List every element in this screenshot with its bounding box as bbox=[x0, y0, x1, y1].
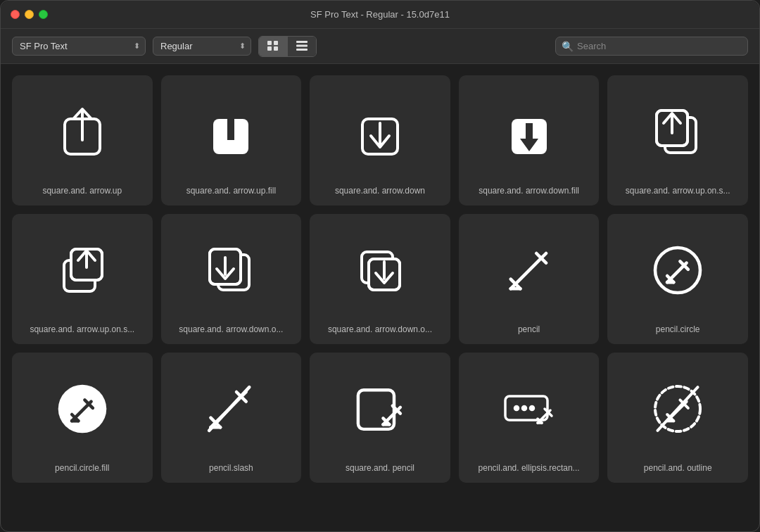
font-selector-wrapper: SF Pro Text ⬍ bbox=[12, 37, 146, 56]
icon-label-square.and.arrow.down: square.and. arrow.down bbox=[335, 185, 425, 197]
icon-label-pencil.slash: pencil.slash bbox=[209, 462, 253, 474]
svg-rect-3 bbox=[274, 46, 278, 51]
icon-label-square.and.pencil: square.and. pencil bbox=[346, 462, 414, 474]
svg-rect-1 bbox=[274, 41, 278, 45]
window-title: SF Pro Text - Regular - 15.0d7e11 bbox=[310, 9, 450, 20]
svg-point-56 bbox=[514, 407, 518, 410]
titlebar: SF Pro Text - Regular - 15.0d7e11 bbox=[1, 1, 759, 29]
icon-visual-square.and.arrow.up.on.s bbox=[613, 87, 742, 177]
icon-cell-pencil.circle.fill[interactable]: pencil.circle.fill bbox=[12, 353, 153, 483]
style-selector-wrapper: Regular ⬍ bbox=[153, 37, 251, 56]
search-wrapper: 🔍 bbox=[555, 37, 748, 56]
icon-visual-pencil.slash bbox=[167, 364, 296, 454]
content-area: square.and. arrow.up square.and. arrow.u… bbox=[1, 64, 759, 532]
search-input[interactable] bbox=[555, 37, 748, 56]
style-selector[interactable]: Regular bbox=[153, 37, 251, 56]
icons-grid: square.and. arrow.up square.and. arrow.u… bbox=[12, 75, 748, 483]
list-view-button[interactable] bbox=[288, 37, 316, 56]
icon-cell-pencil.circle[interactable]: pencil.circle bbox=[607, 214, 748, 344]
icon-label-pencil: pencil bbox=[518, 324, 540, 336]
toolbar: SF Pro Text ⬍ Regular ⬍ 🔍 bbox=[1, 29, 759, 64]
icon-cell-square.and.pencil[interactable]: square.and. pencil bbox=[310, 353, 450, 483]
svg-line-68 bbox=[658, 387, 698, 431]
icon-label-square.and.arrow.up: square.and. arrow.up bbox=[42, 185, 122, 197]
svg-line-49 bbox=[210, 387, 250, 431]
icon-visual-pencil.and.outline bbox=[613, 364, 742, 454]
svg-rect-4 bbox=[296, 41, 308, 43]
close-button[interactable] bbox=[11, 10, 20, 19]
svg-point-57 bbox=[522, 407, 526, 410]
svg-point-58 bbox=[530, 407, 533, 410]
icon-label-square.and.arrow.down.o2: square.and. arrow.down.o... bbox=[328, 324, 432, 336]
icon-cell-pencil.slash[interactable]: pencil.slash bbox=[161, 353, 302, 483]
icon-cell-square.and.arrow.up.fill[interactable]: square.and. arrow.up.fill bbox=[161, 75, 302, 205]
icons-grid-container[interactable]: square.and. arrow.up square.and. arrow.u… bbox=[1, 64, 759, 532]
icon-visual-square.and.arrow.up.fill bbox=[167, 87, 296, 177]
grid-view-button[interactable] bbox=[259, 37, 288, 56]
icon-cell-square.and.arrow.up.on.s[interactable]: square.and. arrow.up.on.s... bbox=[607, 75, 748, 205]
icon-cell-square.and.arrow.down.o2[interactable]: square.and. arrow.down.o... bbox=[310, 214, 450, 344]
icon-visual-square.and.arrow.up bbox=[18, 87, 147, 177]
icon-visual-pencil bbox=[464, 225, 594, 315]
icon-visual-square.and.pencil bbox=[315, 364, 445, 454]
font-selector[interactable]: SF Pro Text bbox=[12, 37, 146, 56]
icon-label-square.and.arrow.down.o: square.and. arrow.down.o... bbox=[179, 324, 283, 336]
icon-label-pencil.and.ellipsis.rectan: pencil.and. ellipsis.rectan... bbox=[479, 462, 580, 474]
icon-cell-square.and.arrow.up.on.s2[interactable]: square.and. arrow.up.on.s... bbox=[12, 214, 153, 344]
svg-rect-2 bbox=[267, 46, 272, 51]
icon-visual-pencil.circle bbox=[613, 225, 742, 315]
icon-cell-square.and.arrow.down.o[interactable]: square.and. arrow.down.o... bbox=[161, 214, 302, 344]
svg-rect-6 bbox=[296, 49, 308, 51]
icon-visual-square.and.arrow.down.o bbox=[167, 225, 296, 315]
svg-rect-0 bbox=[267, 41, 272, 45]
icon-cell-square.and.arrow.down[interactable]: square.and. arrow.down bbox=[310, 75, 450, 205]
icon-label-square.and.arrow.down.fill: square.and. arrow.down.fill bbox=[479, 185, 579, 197]
icon-label-square.and.arrow.up.on.s2: square.and. arrow.up.on.s... bbox=[30, 324, 134, 336]
icon-label-pencil.circle.fill: pencil.circle.fill bbox=[55, 462, 109, 474]
icon-visual-square.and.arrow.up.on.s2 bbox=[18, 225, 147, 315]
maximize-button[interactable] bbox=[39, 10, 48, 19]
icon-label-pencil.and.outline: pencil.and. outline bbox=[644, 462, 712, 474]
minimize-button[interactable] bbox=[25, 10, 34, 19]
icon-cell-pencil[interactable]: pencil bbox=[459, 214, 600, 344]
icon-visual-square.and.arrow.down bbox=[315, 87, 445, 177]
icon-cell-square.and.arrow.up[interactable]: square.and. arrow.up bbox=[12, 75, 153, 205]
icon-cell-pencil.and.outline[interactable]: pencil.and. outline bbox=[607, 353, 748, 483]
icon-visual-pencil.and.ellipsis.rectan bbox=[464, 364, 594, 454]
icon-visual-pencil.circle.fill bbox=[18, 364, 147, 454]
icon-label-square.and.arrow.up.on.s: square.and. arrow.up.on.s... bbox=[626, 185, 730, 197]
icon-visual-square.and.arrow.down.fill bbox=[464, 87, 594, 177]
traffic-lights bbox=[11, 10, 48, 19]
icon-cell-square.and.arrow.down.fill[interactable]: square.and. arrow.down.fill bbox=[459, 75, 600, 205]
icon-visual-square.and.arrow.down.o2 bbox=[315, 225, 445, 315]
svg-rect-5 bbox=[296, 44, 308, 46]
icon-cell-pencil.and.ellipsis.rectan[interactable]: pencil.and. ellipsis.rectan... bbox=[459, 353, 600, 483]
view-toggle bbox=[258, 36, 317, 57]
icon-label-pencil.circle: pencil.circle bbox=[656, 324, 700, 336]
icon-label-square.and.arrow.up.fill: square.and. arrow.up.fill bbox=[186, 185, 276, 197]
